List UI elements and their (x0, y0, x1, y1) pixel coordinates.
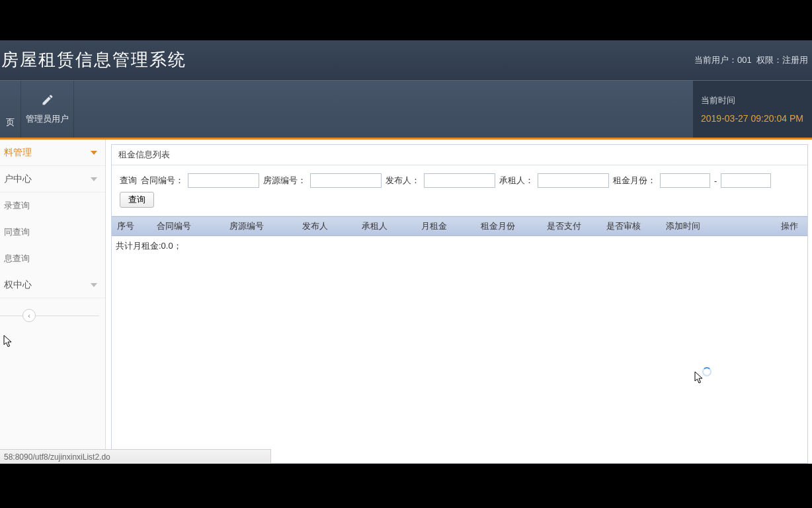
input-publisher[interactable] (424, 173, 495, 188)
toolbar-item-home[interactable]: 页 (0, 81, 21, 138)
label-house: 房源编号： (263, 175, 306, 187)
input-tenant[interactable] (538, 173, 609, 188)
search-label: 查询 (120, 175, 137, 187)
input-house[interactable] (310, 173, 382, 188)
col-month: 租金月份 (475, 220, 542, 232)
search-button[interactable]: 查询 (120, 192, 154, 208)
panel-title: 租金信息列表 (112, 145, 807, 165)
range-dash: - (714, 176, 717, 186)
summary-row: 共计月租金:0.0； (112, 236, 807, 256)
user-value: 001 (737, 55, 752, 65)
panel-rent-list: 租金信息列表 查询 合同编号： 房源编号： 发布人： 承租人： 租金月份： - … (111, 144, 808, 464)
perm-label: 权限： (756, 55, 782, 65)
input-contract[interactable] (188, 173, 259, 188)
chevron-down-icon (91, 283, 97, 287)
status-bar: 58:8090/utf8/zujinxinxiList2.do (0, 449, 271, 464)
time-label: 当前时间 (701, 95, 804, 106)
sidebar-collapse-button[interactable]: ‹ (22, 309, 36, 322)
label-contract: 合同编号： (141, 175, 184, 187)
toolbar-admin-label: 管理员用户 (26, 113, 69, 125)
col-publisher: 发布人 (297, 220, 356, 232)
perm-value: 注册用 (782, 55, 808, 65)
table-header: 序号 合同编号 房源编号 发布人 承租人 月租金 租金月份 是否支付 是否审核 … (112, 216, 807, 236)
toolbar-home-label: 页 (6, 116, 15, 128)
col-house: 房源编号 (224, 220, 297, 232)
collapse-track (0, 316, 99, 316)
label-month: 租金月份： (613, 175, 656, 187)
col-tenant: 承租人 (356, 220, 416, 232)
sidebar-group-user-center[interactable]: 户中心 (0, 166, 105, 192)
toolbar-item-admin-user[interactable]: 管理员用户 (21, 81, 74, 138)
label-publisher: 发布人： (386, 175, 420, 187)
col-contract: 合同编号 (151, 220, 224, 232)
col-seq: 序号 (112, 220, 151, 232)
header-user-info: 当前用户：001 权限：注册用 (694, 54, 808, 66)
sidebar-group-material[interactable]: 料管理 (0, 140, 105, 166)
input-month-from[interactable] (660, 173, 710, 188)
chevron-down-icon (91, 177, 97, 181)
sidebar-item-record-query[interactable]: 录查询 (0, 192, 105, 219)
toolbar: 页 管理员用户 当前时间 2019-03-27 09:20:04 PM (0, 80, 812, 140)
pencil-icon (41, 93, 54, 106)
sidebar-group-user-center-label: 户中心 (4, 173, 32, 185)
input-month-to[interactable] (721, 173, 771, 188)
col-rent: 月租金 (416, 220, 475, 232)
col-paid: 是否支付 (542, 220, 601, 232)
main-content: 租金信息列表 查询 合同编号： 房源编号： 发布人： 承租人： 租金月份： - … (106, 140, 812, 464)
sidebar-group-material-label: 料管理 (4, 147, 32, 159)
sidebar-group-auth-center-label: 权中心 (4, 279, 32, 291)
app-title: 房屋租赁信息管理系统 (0, 48, 186, 71)
chevron-down-icon (91, 151, 97, 155)
clock-value: 2019-03-27 09:20:04 PM (701, 113, 804, 124)
sidebar-item-contract-query[interactable]: 同查询 (0, 219, 105, 245)
sidebar-group-auth-center[interactable]: 权中心 (0, 272, 105, 298)
header-bar: 房屋租赁信息管理系统 当前用户：001 权限：注册用 (0, 40, 812, 80)
time-box: 当前时间 2019-03-27 09:20:04 PM (693, 81, 812, 138)
col-addtime: 添加时间 (661, 220, 768, 232)
user-label: 当前用户： (694, 55, 737, 65)
sidebar-item-info-query[interactable]: 息查询 (0, 245, 105, 272)
col-operate: 操作 (768, 220, 807, 232)
search-row: 查询 合同编号： 房源编号： 发布人： 承租人： 租金月份： - 查询 (112, 165, 807, 216)
col-reviewed: 是否审核 (601, 220, 661, 232)
label-tenant: 承租人： (499, 175, 534, 187)
sidebar: 料管理 户中心 录查询 同查询 息查询 权中心 ‹ (0, 140, 106, 464)
